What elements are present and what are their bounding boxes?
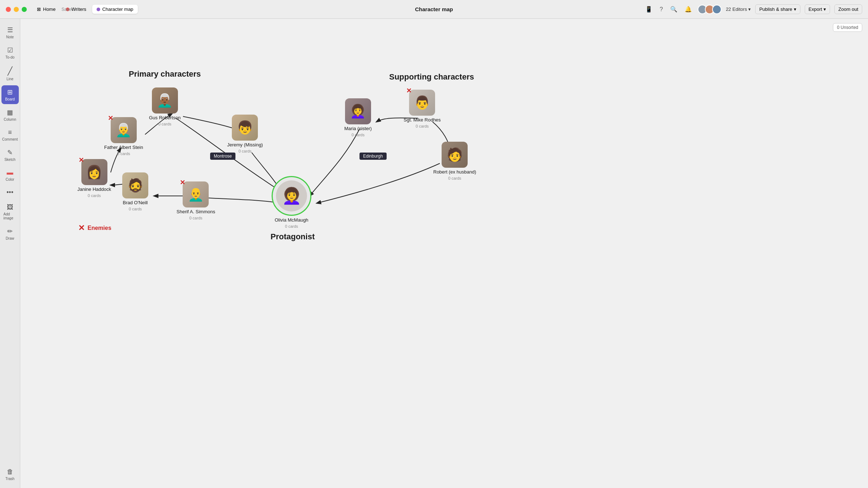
- father-x-icon: ✕: [108, 114, 113, 122]
- sidebar-draw-label: Draw: [6, 236, 14, 240]
- maximize-button[interactable]: [22, 7, 27, 12]
- enemies-label: ✕ Enemies: [78, 223, 111, 233]
- edinburgh-label: Edinburgh: [363, 154, 383, 159]
- jeremy-cards: 0 cards: [238, 149, 251, 153]
- char-maria[interactable]: 👩‍🦱 Maria (sister) 0 cards: [344, 98, 372, 137]
- sidebar-item-draw[interactable]: ✏ Draw: [1, 224, 19, 243]
- tab-home[interactable]: ⊠ Home: [33, 5, 60, 14]
- sidebar-board-label: Board: [5, 97, 15, 101]
- color-icon: ▬: [7, 169, 13, 176]
- brad-name: Brad O'Neill: [123, 200, 148, 205]
- sidebar-column-label: Column: [4, 117, 16, 121]
- father-cards: 0 cards: [117, 151, 130, 156]
- tab-charmap[interactable]: Character map: [92, 5, 138, 14]
- sidebar-line-label: Line: [7, 77, 13, 81]
- sidebar-item-column[interactable]: ▦ Column: [1, 106, 19, 124]
- comment-icon: ≡: [8, 129, 12, 136]
- board-icon: ⊞: [7, 88, 13, 96]
- help-icon[interactable]: ?: [658, 5, 664, 14]
- primary-characters-label: Primary characters: [129, 69, 201, 79]
- sgt-x-icon: ✕: [406, 87, 412, 95]
- char-brad[interactable]: 🧔 Brad O'Neill 0 cards: [122, 172, 148, 211]
- brad-avatar: 🧔: [122, 172, 148, 198]
- tablet-icon[interactable]: 📱: [644, 4, 654, 14]
- sidebar-note-label: Note: [6, 35, 14, 39]
- father-name: Father Albert Stein: [104, 145, 143, 150]
- char-father[interactable]: ✕ 👨‍🦳 Father Albert Stein 0 cards: [104, 117, 143, 156]
- window-controls: [0, 7, 27, 12]
- brad-cards: 0 cards: [129, 207, 142, 211]
- sidebar-item-note[interactable]: ☰ Note: [1, 23, 19, 42]
- janine-avatar: 👩: [81, 159, 107, 185]
- char-sherif[interactable]: ✕ 👨‍🦲 Sherif A. Simmons 0 cards: [176, 181, 215, 220]
- sherif-avatar: 👨‍🦲: [183, 181, 209, 207]
- tab-charmap-label: Character map: [102, 7, 133, 12]
- maria-cards: 0 cards: [352, 133, 365, 137]
- publish-chevron: ▾: [794, 7, 796, 12]
- protagonist-label: Protagonist: [271, 232, 315, 241]
- sidebar-item-todo[interactable]: ☑ To-do: [1, 43, 19, 62]
- robert-cards: 0 cards: [448, 176, 461, 180]
- olivia-avatar: 👩‍🦱: [272, 176, 311, 216]
- charmap-dot: [97, 8, 100, 11]
- char-janine[interactable]: ✕ 👩 Janine Haddock 0 cards: [77, 159, 111, 198]
- tabs-area: ⊠ Home Writers Character map: [27, 5, 138, 14]
- sidebar-item-trash[interactable]: 🗑 Trash: [1, 465, 19, 484]
- publish-share-button[interactable]: Publish & share ▾: [755, 4, 800, 14]
- unsorted-badge[interactable]: 0 Unsorted: [833, 23, 862, 32]
- search-icon[interactable]: 🔍: [669, 4, 679, 14]
- sidebar-item-board[interactable]: ⊞ Board: [1, 85, 19, 104]
- sidebar-item-color[interactable]: ▬ Color: [1, 166, 19, 184]
- char-jeremy[interactable]: 👦 Jeremy (Missing) 0 cards: [227, 115, 263, 153]
- canvas: 0 Unsorted Primary characters: [20, 19, 868, 488]
- char-robert[interactable]: 🧑 Robert (ex husband) 0 cards: [433, 142, 476, 180]
- janine-cards: 0 cards: [88, 193, 101, 198]
- page-title: Character map: [415, 6, 453, 12]
- enemies-x-icon: ✕: [78, 223, 85, 233]
- sidebar-item-line[interactable]: ╱ Line: [1, 64, 19, 84]
- saved-status: Saved: [61, 7, 74, 12]
- avatar-3: [712, 5, 722, 14]
- sgt-name: Sgt. Mike Rodhes: [404, 117, 441, 123]
- more-icon: •••: [7, 189, 13, 196]
- sherif-name: Sherif A. Simmons: [176, 209, 215, 214]
- jeremy-name: Jeremy (Missing): [227, 142, 263, 147]
- sidebar-item-more[interactable]: •••: [1, 186, 19, 199]
- arrows-svg: [20, 19, 868, 488]
- char-gus[interactable]: 👨🏾‍🦳 Gus Robertson 0 cards: [149, 87, 180, 126]
- sidebar-item-addimage[interactable]: 🖼 Add image: [1, 201, 19, 223]
- export-chevron: ▾: [824, 7, 826, 12]
- supporting-characters-label: Supporting characters: [389, 72, 474, 82]
- montrose-label: Montrose: [214, 154, 232, 159]
- tab-home-label: Home: [43, 7, 56, 12]
- export-button[interactable]: Export ▾: [805, 4, 830, 14]
- janine-name: Janine Haddock: [77, 187, 111, 192]
- char-olivia[interactable]: 👩‍🦱 Olivia McMaugh 0 cards: [272, 176, 311, 228]
- sketch-icon: ✎: [7, 149, 13, 157]
- close-button[interactable]: [6, 7, 11, 12]
- trash-icon: 🗑: [7, 468, 13, 476]
- editors-button[interactable]: 22 Editors ▾: [726, 7, 751, 12]
- home-icon: ⊠: [37, 7, 41, 12]
- maria-avatar: 👩‍🦱: [345, 98, 371, 124]
- sidebar-addimage-label: Add image: [4, 212, 17, 220]
- sidebar-bottom: 🗑 Trash: [1, 465, 19, 488]
- sgt-cards: 0 cards: [416, 124, 429, 128]
- enemies-text: Enemies: [88, 225, 111, 231]
- robert-name: Robert (ex husband): [433, 169, 476, 175]
- header-right: 📱 ? 🔍 🔔 22 Editors ▾ Publish & share ▾ E…: [644, 4, 868, 14]
- sidebar-comment-label: Comment: [2, 137, 18, 141]
- father-avatar: 👨‍🦳: [111, 117, 137, 143]
- minimize-button[interactable]: [14, 7, 19, 12]
- sidebar-item-comment[interactable]: ≡ Comment: [1, 126, 19, 144]
- todo-icon: ☑: [7, 46, 13, 54]
- sidebar-item-sketch[interactable]: ✎ Sketch: [1, 146, 19, 164]
- titlebar: ⊠ Home Writers Character map Saved Chara…: [0, 0, 868, 19]
- gus-cards: 0 cards: [158, 122, 171, 126]
- column-icon: ▦: [7, 108, 13, 116]
- note-icon: ☰: [7, 26, 13, 34]
- char-sgt[interactable]: ✕ 👨 Sgt. Mike Rodhes 0 cards: [404, 90, 441, 128]
- zoom-out-button[interactable]: Zoom out: [834, 4, 862, 14]
- sidebar-sketch-label: Sketch: [4, 158, 16, 162]
- bell-icon[interactable]: 🔔: [683, 4, 693, 14]
